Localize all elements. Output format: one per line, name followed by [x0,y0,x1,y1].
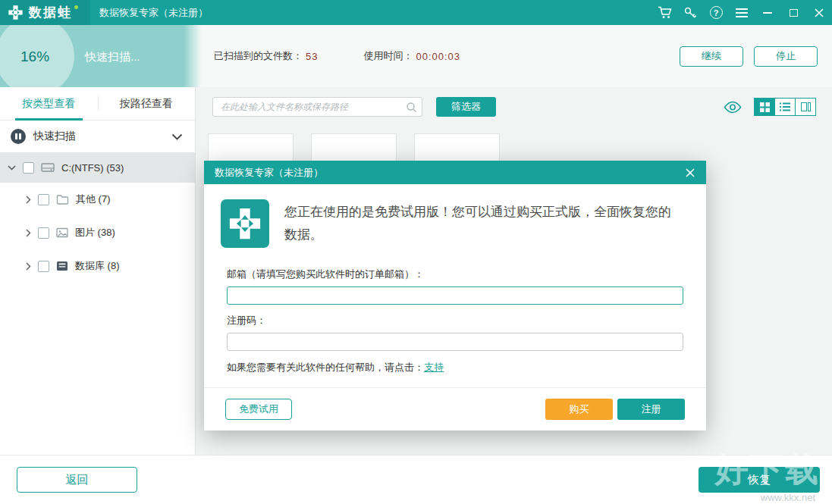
hamburger-bars [736,8,748,17]
tab-label: 按类型查看 [22,97,75,111]
view-toggle-group [755,98,816,116]
email-label: 邮箱（请填写您购买此软件时的订单邮箱）： [227,268,683,281]
main-toolbar: 筛选器 [196,87,832,117]
search-input[interactable] [212,97,422,117]
scan-actions: 继续 停止 [680,46,832,67]
image-icon [56,227,68,238]
scan-stats: 已扫描到的文件数： 53 使用时间： 00:00:03 [202,49,680,63]
menu-icon[interactable] [729,0,755,25]
detail-view-button[interactable] [795,98,816,116]
close-button[interactable] [806,0,832,25]
chevron-right-icon[interactable] [26,196,31,204]
free-trial-button[interactable]: 免费试用 [225,399,292,420]
sidebar: 按类型查看 按路径查看 快速扫描 [0,87,196,455]
files-scanned-value: 53 [306,51,318,62]
sidebar-tabs: 按类型查看 按路径查看 [0,87,195,121]
chevron-right-icon[interactable] [26,229,31,237]
chevron-down-icon[interactable] [171,133,183,140]
dialog-footer: 免费试用 购买 注册 [204,387,706,430]
brand-accent-dot [74,5,78,9]
folder-icon [56,194,69,205]
app-logo-icon [8,5,24,20]
scan-status-text: 快速扫描... [85,50,140,64]
tree-label-other: 其他 (7) [76,193,111,206]
registration-dialog: 数据恢复专家（未注册） 您正在使用的是免费试用版！您可以通过购买正式版，全面恢复… [204,161,706,430]
checkbox-images[interactable] [38,227,49,239]
filter-button[interactable]: 筛选器 [436,97,496,117]
help-icon[interactable]: ? [703,0,729,25]
recover-button[interactable]: 恢复 [699,467,820,493]
scan-panel-fade [184,25,202,87]
help-line: 如果您需要有关此软件的任何帮助，请点击：支持 [227,361,683,374]
scan-progress-panel: 16% 快速扫描... [0,25,184,87]
brand-name: 数据蛙 [29,4,72,21]
progress-percent: 16% [20,49,49,65]
list-view-button[interactable] [774,98,796,116]
dialog-titlebar: 数据恢复专家（未注册） [204,161,706,184]
pause-icon[interactable] [11,129,26,144]
dialog-intro: 您正在使用的是免费试用版！您可以通过购买正式版，全面恢复您的数据。 [221,199,683,248]
tree-label-drive-c: C:(NTFS) (53) [61,162,124,174]
help-glyph: ? [710,6,723,19]
app-logo-badge [221,199,269,248]
trial-message: 您正在使用的是免费试用版！您可以通过购买正式版，全面恢复您的数据。 [284,199,683,246]
dialog-close-icon[interactable] [682,164,699,181]
app-window: 数据蛙 数据恢复专家（未注册） ? [0,0,832,504]
license-code-label: 注册码： [227,314,683,327]
license-code-field[interactable] [227,333,683,351]
window-title: 数据恢复专家（未注册） [99,6,208,20]
maximize-button[interactable] [780,0,806,25]
help-text: 如果您需要有关此软件的任何帮助，请点击： [227,362,424,373]
checkbox-database[interactable] [38,261,49,272]
buy-button[interactable]: 购买 [545,399,613,420]
cart-icon[interactable] [651,0,677,25]
drive-icon [41,162,55,173]
elapsed-time-value: 00:00:03 [416,51,460,62]
files-scanned-label: 已扫描到的文件数： [214,49,303,63]
tab-view-by-path[interactable]: 按路径查看 [98,87,196,120]
scan-progress-bar: 16% 快速扫描... 已扫描到的文件数： 53 使用时间： 00:00:03 … [0,25,832,87]
continue-button[interactable]: 继续 [680,46,743,67]
checkbox-drive-c[interactable] [23,162,34,174]
scan-mode-row[interactable]: 快速扫描 [0,121,195,152]
tree-item-other[interactable]: 其他 (7) [0,183,195,216]
support-link[interactable]: 支持 [424,362,444,373]
preview-eye-icon[interactable] [723,101,743,114]
tree-item-database[interactable]: 数据库 (8) [0,249,195,283]
dialog-body: 您正在使用的是免费试用版！您可以通过购买正式版，全面恢复您的数据。 邮箱（请填写… [204,184,706,374]
back-button[interactable]: 返回 [17,467,137,493]
search-icon[interactable] [406,102,417,113]
grid-view-button[interactable] [754,98,775,116]
email-field[interactable] [227,286,683,305]
chevron-right-icon[interactable] [26,262,31,271]
tab-label: 按路径查看 [120,97,173,111]
bottom-bar: 返回 恢复 [0,455,832,504]
tab-view-by-type[interactable]: 按类型查看 [0,87,98,120]
tree-item-images[interactable]: 图片 (38) [0,216,195,249]
key-icon[interactable] [677,0,703,25]
elapsed-time-label: 使用时间： [363,49,413,63]
checkbox-other[interactable] [38,194,49,205]
scan-mode-label: 快速扫描 [33,130,164,143]
minimize-button[interactable] [755,0,780,25]
search-box [212,97,422,117]
dialog-title: 数据恢复专家（未注册） [215,166,323,180]
titlebar: 数据蛙 数据恢复专家（未注册） ? [0,0,832,25]
database-icon [56,261,68,271]
tree-label-images: 图片 (38) [75,226,115,239]
brand-area: 数据蛙 [0,0,90,25]
tree-label-database: 数据库 (8) [75,259,120,273]
stop-button[interactable]: 停止 [754,46,818,67]
tree-item-drive-c[interactable]: C:(NTFS) (53) [0,152,195,183]
chevron-down-icon[interactable] [8,165,16,171]
titlebar-actions: ? [651,0,832,25]
register-button[interactable]: 注册 [617,399,685,420]
